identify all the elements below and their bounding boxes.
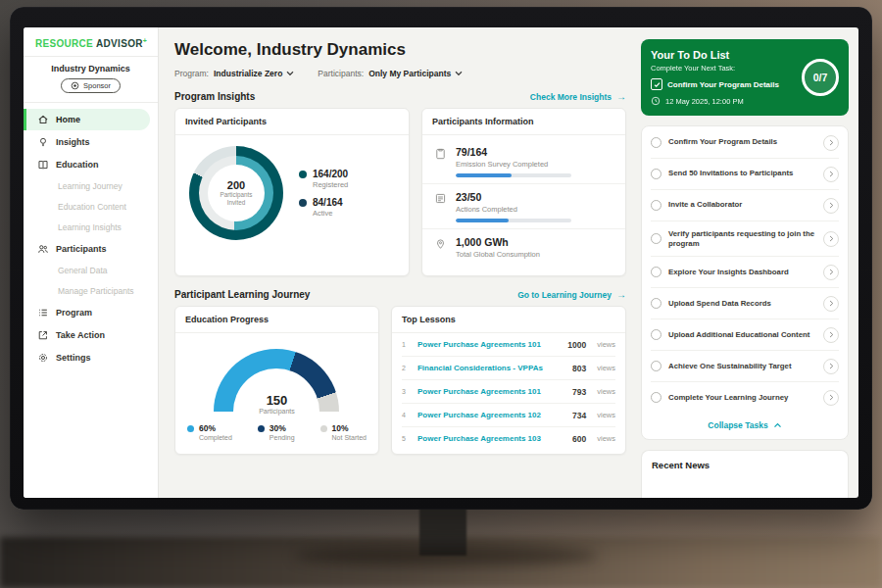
task-label: Achieve One Sustainability Target [668, 362, 816, 371]
nav-label: Participants [56, 244, 107, 254]
sidebar-item-take-action[interactable]: Take Action [24, 324, 150, 346]
sidebar-item-participants[interactable]: Participants [24, 238, 150, 260]
todo-progress-value: 0/7 [813, 72, 828, 83]
task-checkbox[interactable] [651, 392, 662, 403]
sidebar-item-insights[interactable]: Insights [24, 131, 150, 153]
chevron-right-icon[interactable] [823, 265, 839, 280]
sidebar: RESOURCEADVISOR+ Industry Dynamics Spons… [24, 27, 159, 498]
participants-info-body: 79/164 Emission Survey Completed 23/50 A… [422, 135, 625, 275]
lightbulb-icon [37, 136, 49, 148]
top-lessons-list: 1 Power Purchase Agreements 101 1000 vie… [392, 333, 625, 454]
invited-donut-inner: 200 Participants Invited [199, 156, 273, 230]
card-title: Education Progress [175, 307, 378, 333]
card-title: Top Lessons [392, 307, 625, 333]
task-row[interactable]: Upload Spend Data Records [651, 288, 839, 319]
sidebar-item-education[interactable]: Education [24, 154, 150, 175]
task-label: Verify participants requesting to join t… [668, 229, 816, 249]
lesson-link[interactable]: Power Purchase Agreements 102 [417, 411, 564, 419]
sidebar-item-home[interactable]: Home [24, 109, 150, 130]
task-row[interactable]: Explore Your Insights Dashboard [651, 257, 839, 288]
sidebar-nav: Home Insights Education Learning Journey [24, 103, 158, 498]
main-content: Welcome, Industry Dynamics Program: Indu… [159, 27, 639, 498]
sidebar-item-settings[interactable]: Settings [24, 347, 150, 368]
insights-cards-row: Invited Participants 200 Participants In… [174, 108, 626, 276]
lesson-row[interactable]: 1 Power Purchase Agreements 101 1000 vie… [402, 333, 615, 357]
chevron-down-icon [286, 71, 294, 76]
task-row[interactable]: Invite a Collaborator [651, 190, 839, 221]
lesson-link[interactable]: Power Purchase Agreements 103 [417, 434, 564, 443]
collapse-label: Collapse Tasks [708, 420, 767, 430]
legend-pct: 60% [199, 423, 232, 433]
lesson-link[interactable]: Power Purchase Agreements 101 [417, 340, 560, 349]
chevron-right-icon[interactable] [823, 359, 839, 374]
task-checkbox[interactable] [651, 137, 662, 148]
sponsor-badge[interactable]: Sponsor [61, 78, 121, 93]
sidebar-item-manage-participants[interactable]: Manage Participants [24, 281, 150, 301]
info-label: Emission Survey Completed [456, 160, 571, 169]
list-icon [37, 307, 49, 318]
info-row: 79/164 Emission Survey Completed [422, 139, 625, 184]
sidebar-item-learning-insights[interactable]: Learning Insights [24, 218, 150, 237]
legend-item: 60% Completed [187, 423, 232, 441]
info-value: 1,000 GWh [456, 236, 540, 248]
lesson-row[interactable]: 3 Power Purchase Agreements 101 793 view… [402, 380, 615, 404]
lesson-row[interactable]: 4 Power Purchase Agreements 102 734 view… [402, 404, 615, 427]
progress-bar [456, 219, 571, 222]
nav-label: Home [56, 115, 80, 124]
task-row[interactable]: Achieve One Sustainability Target [651, 351, 839, 382]
org-section: Industry Dynamics Sponsor [24, 57, 158, 102]
lesson-row[interactable]: 5 Power Purchase Agreements 103 600 view… [402, 427, 615, 450]
task-row[interactable]: Verify participants requesting to join t… [651, 221, 839, 257]
sidebar-item-program[interactable]: Program [24, 302, 150, 323]
todo-next-task[interactable]: Confirm Your Program Details [651, 78, 779, 90]
checkbox-icon[interactable] [651, 78, 662, 90]
task-row[interactable]: Send 50 Invitations to Participants [651, 159, 839, 190]
dashboard-screen: RESOURCEADVISOR+ Industry Dynamics Spons… [24, 27, 858, 498]
sidebar-item-general-data[interactable]: General Data [24, 261, 150, 280]
chevron-right-icon[interactable] [823, 135, 839, 151]
chevron-right-icon[interactable] [823, 390, 839, 406]
participants-dropdown[interactable]: Only My Participants [368, 69, 463, 78]
lesson-link[interactable]: Financial Considerations - VPPAs [417, 364, 564, 372]
nav-label: Take Action [56, 330, 105, 340]
participants-filter: Participants: Only My Participants [318, 69, 463, 78]
section-title-learning-journey: Participant Learning Journey [174, 289, 310, 300]
education-gauge-chart: 150 Participants [214, 349, 339, 412]
chevron-right-icon[interactable] [823, 327, 839, 343]
program-dropdown[interactable]: Industrialize Zero [214, 69, 294, 78]
invited-donut-outer: 200 Participants Invited [189, 146, 283, 240]
task-label: Explore Your Insights Dashboard [668, 268, 816, 277]
invited-card-body: 200 Participants Invited 164/200 [175, 135, 409, 252]
sidebar-item-learning-journey[interactable]: Learning Journey [24, 176, 150, 196]
task-checkbox[interactable] [651, 298, 662, 309]
task-row[interactable]: Upload Additional Educational Content [651, 319, 839, 351]
task-checkbox[interactable] [651, 361, 662, 371]
book-icon [37, 159, 49, 171]
gauge-center: 150 Participants [214, 393, 339, 415]
lesson-link[interactable]: Power Purchase Agreements 101 [417, 387, 564, 396]
chevron-right-icon[interactable] [823, 231, 839, 247]
task-checkbox[interactable] [651, 200, 662, 211]
org-name: Industry Dynamics [29, 64, 152, 74]
go-to-learning-journey-link[interactable]: Go to Learning Journey → [517, 289, 626, 300]
monitor-stand-shadow [294, 545, 598, 566]
task-checkbox[interactable] [651, 267, 662, 277]
learning-journey-header: Participant Learning Journey Go to Learn… [174, 289, 626, 300]
task-row[interactable]: Complete Your Learning Journey [651, 382, 839, 413]
task-label: Confirm Your Program Details [668, 137, 816, 147]
info-row: 23/50 Actions Completed [422, 184, 625, 229]
task-checkbox[interactable] [651, 169, 662, 179]
chevron-right-icon[interactable] [823, 167, 839, 182]
sidebar-item-education-content[interactable]: Education Content [24, 197, 150, 217]
collapse-tasks-link[interactable]: Collapse Tasks [651, 413, 839, 437]
todo-due: 12 May 2025, 12:00 PM [651, 96, 779, 106]
legend-label: Active [313, 209, 343, 218]
chevron-right-icon[interactable] [823, 296, 839, 312]
task-row[interactable]: Confirm Your Program Details [651, 127, 839, 159]
task-checkbox[interactable] [651, 233, 662, 244]
lesson-row[interactable]: 2 Financial Considerations - VPPAs 803 v… [402, 357, 615, 380]
task-checkbox[interactable] [651, 329, 662, 340]
invited-legend-dot-0 [299, 171, 307, 178]
chevron-right-icon[interactable] [823, 198, 839, 214]
check-more-insights-link[interactable]: Check More Insights → [530, 91, 626, 102]
